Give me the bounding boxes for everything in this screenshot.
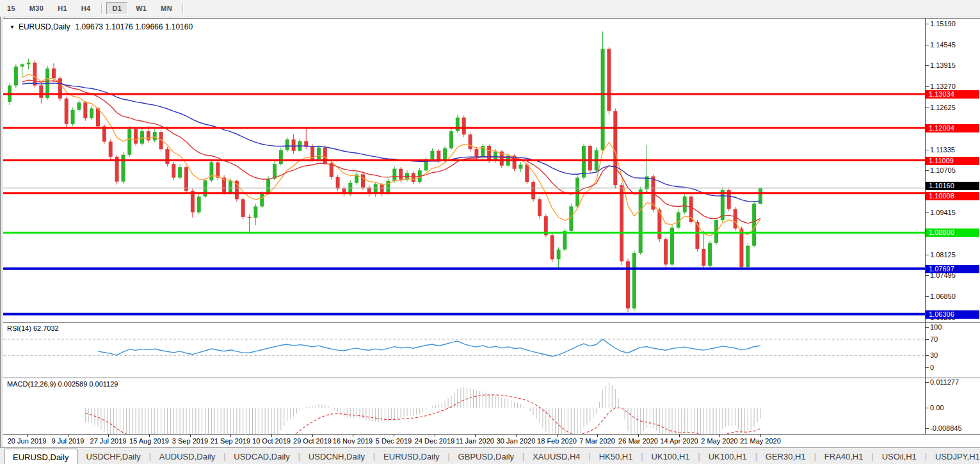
price-axis-tick: 1.09415 [930, 209, 956, 216]
macd-axis-tick: -0.008845 [930, 424, 962, 432]
chart-tab[interactable]: USOil,H1 [874, 448, 925, 464]
time-axis: 20 Jun 20199 Jul 201927 Jul 201915 Aug 2… [3, 434, 980, 448]
rsi-axis-tick: 100 [930, 323, 942, 331]
price-axis-tick: 1.10705 [930, 166, 956, 174]
price-axis-tick: 1.15190 [930, 20, 956, 28]
rsi-chart-canvas[interactable] [3, 323, 925, 378]
chart-title: ▼EURUSD,Daily1.09673 1.10176 1.09666 1.1… [10, 22, 193, 31]
chart-ohlc-values: 1.09673 1.10176 1.09666 1.10160 [76, 22, 193, 31]
rsi-axis-tick: 0 [930, 364, 934, 371]
chart-tab[interactable]: UK100,H1 [643, 448, 698, 464]
chart-tab[interactable]: UK100,H1 [700, 448, 755, 464]
level-price-tag: 1.07697 [926, 265, 979, 273]
price-axis-tick: 1.13270 [930, 83, 956, 90]
rsi-axis-tick: 30 [930, 351, 938, 359]
macd-axis-tick: 0.00 [930, 404, 944, 412]
rsi-indicator-panel[interactable]: RSI(14) 62.7032 10070300 [3, 322, 980, 378]
chart-tab[interactable]: USDCNH,Daily [300, 448, 373, 464]
chart-tab[interactable]: AUDUSD,Daily [151, 448, 223, 464]
symbol-dropdown-icon[interactable]: ▼ [10, 24, 15, 30]
rsi-axis: 10070300 [925, 323, 980, 378]
candlestick-chart-canvas[interactable] [3, 19, 925, 321]
chart-tab[interactable]: EURUSD,Daily [375, 448, 447, 464]
timeframe-h1-button[interactable]: H1 [51, 2, 74, 15]
macd-axis-tick: 0.011277 [930, 378, 959, 386]
price-axis-tick: 1.13915 [930, 61, 956, 69]
price-axis-tick: 1.14545 [930, 41, 956, 49]
chart-symbol-label: EURUSD,Daily [19, 22, 70, 31]
timeframe-m30-button[interactable]: M30 [23, 2, 50, 15]
price-axis-tick: 1.12625 [930, 104, 956, 111]
level-price-tag: 1.08800 [926, 228, 979, 237]
time-axis-label: 21 May 2020 [732, 437, 789, 445]
chart-tab[interactable]: USDCHF,Daily [77, 448, 149, 464]
chart-tab-bar: EURUSD,DailyUSDCHF,Daily|AUDUSD,Daily|US… [0, 447, 980, 464]
price-axis-tick: 1.08125 [930, 251, 956, 259]
timeframe-w1-button[interactable]: W1 [129, 2, 153, 15]
chart-tab[interactable]: GER30,H1 [757, 448, 814, 464]
level-price-tag: 1.06306 [926, 310, 979, 319]
macd-axis: 0.0112770.00-0.008845 [925, 378, 980, 435]
chart-tab[interactable]: GBPUSD,Daily [450, 448, 522, 464]
price-axis: 1.151901.145451.139151.132701.126251.113… [925, 19, 980, 323]
chart-tab[interactable]: USDJPY,H1 [927, 448, 980, 464]
level-price-tag: 1.13034 [926, 90, 979, 99]
level-price-tag: 1.11009 [926, 157, 979, 165]
timeframe-mn-button[interactable]: MN [154, 2, 179, 15]
rsi-label: RSI(14) 62.7032 [7, 324, 59, 332]
price-chart-panel[interactable]: ▼EURUSD,Daily1.09673 1.10176 1.09666 1.1… [3, 18, 980, 323]
level-price-tag: 1.12004 [926, 124, 979, 132]
macd-indicator-panel[interactable]: MACD(12,26,9) 0.002589 0.001129 0.011277… [3, 378, 980, 435]
macd-label: MACD(12,26,9) 0.002589 0.001129 [7, 380, 118, 388]
timeframe-h4-button[interactable]: H4 [75, 2, 97, 15]
timeframe-toolbar: 15M30H1H4D1W1MN [0, 0, 980, 17]
timeframe-d1-button[interactable]: D1 [106, 2, 129, 15]
level-price-tag: 1.10008 [926, 192, 979, 200]
chart-tab[interactable]: FRA40,H1 [816, 448, 872, 464]
timeframe-15-button[interactable]: 15 [1, 2, 22, 15]
chart-tab[interactable]: USDCAD,Daily [225, 448, 298, 464]
toolbar-separator [182, 3, 184, 14]
toolbar-separator [101, 3, 102, 14]
rsi-axis-tick: 70 [930, 335, 938, 343]
price-axis-tick: 1.11335 [930, 146, 955, 154]
price-axis-tick: 1.06850 [930, 292, 956, 300]
current-price-tag: 1.10160 [926, 182, 979, 190]
chart-tab[interactable]: HK50,H1 [591, 448, 641, 464]
macd-chart-canvas[interactable] [3, 378, 925, 434]
chart-tab[interactable]: XAUUSD,H4 [524, 448, 588, 464]
chart-tab[interactable]: EURUSD,Daily [4, 449, 77, 464]
